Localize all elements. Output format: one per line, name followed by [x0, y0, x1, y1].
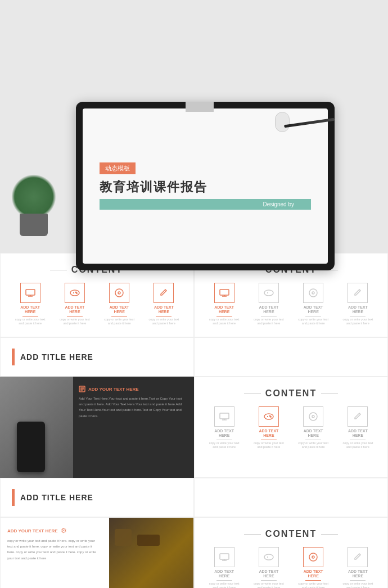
- icon-sublabel-1-3: copy or write your textand paste it here: [104, 318, 134, 325]
- slide-tag-orange: 动态模板: [100, 162, 136, 174]
- icon-sublabel-3r-2: copy or write your textand paste it here: [254, 582, 284, 588]
- icon-label-3r-1: ADD TEXTHERE: [214, 569, 234, 579]
- icon-item-r1-4: ADD TEXTHERE copy or write your textand …: [337, 283, 378, 325]
- icon-sublabel-3r-1: copy or write your textand paste it here: [209, 582, 240, 588]
- icon-item-2r-1: ADD TEXTHERE copy or write your textand …: [204, 406, 245, 449]
- icon-sublabel-1-4: copy or write your textand paste it here: [148, 318, 179, 325]
- dark-text-panel-1: ADD YOUR TEXT HERE Add Your Text Here.Yo…: [0, 377, 194, 478]
- icon-box-gamepad-3r: [259, 547, 279, 567]
- icon-grid-2r: ADD TEXTHERE copy or write your textand …: [204, 406, 378, 449]
- icon-underline-2r-3: [305, 440, 321, 440]
- mouse: [275, 112, 290, 132]
- icon-label-r1-4: ADD TEXTHERE: [348, 305, 368, 315]
- icon-underline-1-2: [67, 316, 83, 316]
- icon-underline-1-3: [111, 316, 127, 316]
- icon-box-pen-r1: [348, 283, 368, 303]
- icon-sublabel-2r-3: copy or write your textand paste it here: [298, 441, 328, 449]
- icon-sublabel-r1-2: copy or write your textand paste it here: [254, 318, 284, 325]
- svg-point-7: [76, 293, 78, 294]
- text-body-1: Add Your Text Here.Your text and paste i…: [79, 396, 188, 419]
- icon-label-2r-3: ADD TEXTHERE: [304, 429, 323, 438]
- icon-grid-1r: ADD TEXTHERE copy or write your textand …: [204, 283, 378, 325]
- icon-label-3r-2: ADD TEXTHERE: [259, 569, 278, 579]
- icon-item-3r-3: ADD TEXTHERE copy or write your textand …: [293, 547, 334, 588]
- icon-label-r1-1: ADD TEXTHERE: [214, 305, 234, 315]
- icon-sublabel-2r-4: copy or write your textand paste it here: [342, 441, 373, 449]
- orange-header-2: ADD YOUR TEXT HERE: [7, 528, 58, 533]
- icon-sublabel-2r-1: copy or write your textand paste it here: [209, 441, 240, 449]
- icon-label-r1-2: ADD TEXTHERE: [259, 305, 278, 315]
- text-body-2: copy or write your text and paste it her…: [7, 538, 98, 561]
- icon-item-1-1: ADD TEXTHERE copy or write your textand …: [10, 283, 51, 325]
- icon-grid-1: ADD TEXTHERE copy or write your textand …: [10, 283, 184, 325]
- split-image-panel: DON'TSTANDHERE ADD YOUR TEXT HERE ⚙ copy…: [0, 517, 194, 588]
- slide-tag-green: Designed by: [100, 199, 311, 210]
- icon-box-gamepad-r1: [259, 283, 279, 303]
- svg-rect-0: [26, 290, 35, 295]
- row-5: DON'TSTANDHERE ADD YOUR TEXT HERE ⚙ copy…: [0, 517, 388, 588]
- icon-underline-2r-2: [261, 440, 277, 440]
- gear-icon: ⚙: [61, 527, 67, 535]
- icon-item-2r-3: ADD TEXTHERE copy or write your textand …: [293, 406, 334, 449]
- icon-item-3r-4: ADD TEXTHERE copy or write your textand …: [337, 547, 378, 588]
- icon-sublabel-3r-3: copy or write your textand paste it here: [298, 582, 328, 588]
- svg-point-31: [312, 415, 314, 418]
- icon-item-r1-3: ADD TEXTHERE copy or write your textand …: [293, 283, 334, 325]
- svg-point-8: [115, 289, 123, 297]
- icon-box-cd-r1: [303, 283, 323, 303]
- icon-grid-3r: ADD TEXTHERE copy or write your textand …: [204, 547, 378, 588]
- title-text-2: ADD TITLE HERE: [20, 493, 93, 502]
- svg-point-25: [264, 414, 273, 419]
- icon-label-3r-3: ADD TEXTHERE: [304, 569, 323, 579]
- text-area-2: ADD YOUR TEXT HERE ⚙ copy or write your …: [1, 518, 105, 570]
- plant-decoration: [11, 169, 56, 236]
- icon-item-2r-2: ADD TEXTHERE copy or write your textand …: [248, 406, 289, 449]
- icon-item-1-2: ADD TEXTHERE copy or write your textand …: [54, 283, 95, 325]
- monitor-stand: [186, 102, 214, 112]
- icon-underline-3r-3: [305, 580, 321, 581]
- icon-box-pen-3r: [348, 547, 368, 567]
- icon-label-1-3: ADD TEXTHERE: [110, 305, 129, 315]
- title-panel-1: ADD TITLE HERE: [0, 337, 194, 377]
- section-title-3r: CONTENT: [204, 529, 378, 539]
- icon-box-gamepad-1: [65, 283, 85, 303]
- svg-point-9: [118, 292, 120, 294]
- icon-box-pen-2r: [348, 406, 368, 427]
- icon-sublabel-r1-3: copy or write your textand paste it here: [298, 318, 328, 325]
- monitor: 动态模板 教育培训课件报告 Designed by: [76, 102, 335, 270]
- icon-underline-2r-4: [350, 440, 366, 440]
- row-2: ADD TITLE HERE: [0, 337, 388, 377]
- icon-box-pen-1: [154, 283, 174, 303]
- icon-underline-r1-2: [261, 316, 277, 316]
- orange-header-row: ADD YOUR TEXT HERE ⚙: [7, 527, 98, 535]
- icon-underline-r1-3: [305, 316, 321, 316]
- icon-label-r1-3: ADD TEXTHERE: [304, 305, 323, 315]
- photo-bg-2: DON'TSTANDHERE: [109, 518, 193, 588]
- icon-item-1-3: ADD TEXTHERE copy or write your textand …: [99, 283, 140, 325]
- filler-right-4: [194, 478, 388, 517]
- icon-sublabel-3r-4: copy or write your textand paste it here: [342, 582, 373, 588]
- icon-sublabel-2r-2: copy or write your textand paste it here: [254, 441, 284, 449]
- filler-right-2: [194, 337, 388, 377]
- icon-label-2r-4: ADD TEXTHERE: [348, 429, 368, 438]
- row-3: ADD YOUR TEXT HERE Add Your Text Here.Yo…: [0, 377, 388, 478]
- icon-item-2r-4: ADD TEXTHERE copy or write your textand …: [337, 406, 378, 449]
- orange-bar-2: [12, 489, 15, 506]
- svg-point-16: [309, 289, 317, 297]
- title-panel-2: ADD TITLE HERE: [0, 478, 194, 517]
- icon-label-2r-2: ADD TEXTHERE: [259, 429, 278, 438]
- svg-rect-32: [220, 554, 229, 559]
- svg-point-30: [309, 413, 317, 420]
- svg-point-38: [309, 553, 317, 561]
- icon-sublabel-1-1: copy or write your textand paste it here: [15, 318, 46, 325]
- orange-bar-1: [12, 349, 15, 365]
- icon-box-monitor-1: [20, 283, 40, 303]
- icon-sublabel-r1-1: copy or write your textand paste it here: [209, 318, 240, 325]
- icon-item-3r-2: ADD TEXTHERE copy or write your textand …: [248, 547, 289, 588]
- icon-item-3r-1: ADD TEXTHERE copy or write your textand …: [204, 547, 245, 588]
- icon-label-1-2: ADD TEXTHERE: [65, 305, 84, 315]
- svg-rect-22: [220, 413, 229, 419]
- icon-underline-3r-1: [216, 580, 232, 581]
- icon-label-2r-1: ADD TEXTHERE: [214, 429, 234, 438]
- hero-section: 动态模板 教育培训课件报告 Designed by: [0, 0, 388, 253]
